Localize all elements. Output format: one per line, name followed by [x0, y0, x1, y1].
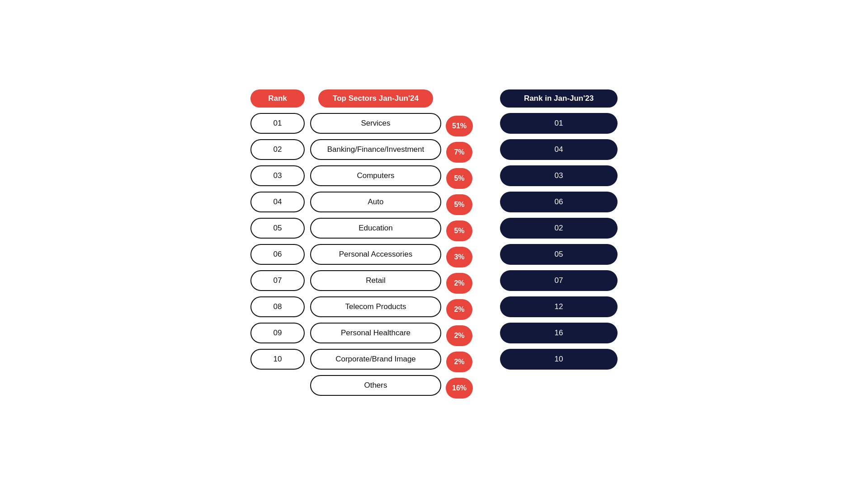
rank-item: 03	[250, 165, 305, 186]
rank23-item: 05	[500, 244, 618, 265]
rank-item: 07	[250, 270, 305, 291]
pct-badge: 2%	[446, 299, 472, 320]
rank23-item: 03	[500, 165, 618, 186]
rank-item: 04	[250, 192, 305, 212]
sectors-column: Top Sectors Jan-Jun'24 ServicesBanking/F…	[310, 89, 441, 396]
rank-item: 08	[250, 296, 305, 317]
sector-item: Auto	[310, 192, 441, 212]
sector-item: Corporate/Brand Image	[310, 349, 441, 370]
pct-badge: 3%	[446, 247, 472, 267]
rank-item: 10	[250, 349, 305, 370]
rank-item: 02	[250, 139, 305, 160]
sector-item: Telecom Products	[310, 296, 441, 317]
pct-badge: 2%	[446, 273, 472, 294]
rank-header: Rank	[250, 89, 305, 108]
rank23-item: 06	[500, 192, 618, 212]
sector-item: Banking/Finance/Investment	[310, 139, 441, 160]
rank23-item: 16	[500, 323, 618, 343]
pct-badge: 2%	[446, 352, 472, 372]
rank23-item: 04	[500, 139, 618, 160]
rank23-item: 10	[500, 349, 618, 370]
sectors-header: Top Sectors Jan-Jun'24	[318, 89, 433, 108]
rank-item: 01	[250, 113, 305, 134]
rank23-header: Rank in Jan-Jun'23	[500, 89, 618, 108]
rank-item: 05	[250, 218, 305, 239]
sector-item: Services	[310, 113, 441, 134]
pct-badge: 2%	[446, 325, 472, 346]
rank23-item: 07	[500, 270, 618, 291]
main-container: Rank 01020304050607080910 Top Sectors Ja…	[250, 62, 618, 426]
pct-badge: 5%	[446, 194, 472, 215]
rank23-item: 02	[500, 218, 618, 239]
sector-item: Retail	[310, 270, 441, 291]
rank-item: 09	[250, 323, 305, 343]
rank23-item: 01	[500, 113, 618, 134]
rank23-item: 12	[500, 296, 618, 317]
others-sector: Others	[310, 375, 441, 396]
others-pct: 16%	[446, 378, 473, 399]
pct-badge: 5%	[446, 221, 472, 241]
rank-item: 06	[250, 244, 305, 265]
pct-badge: 7%	[446, 142, 472, 163]
pct-badge: 51%	[446, 116, 473, 136]
rank23-column: Rank in Jan-Jun'23 01040306020507121610	[500, 89, 618, 396]
sector-item: Computers	[310, 165, 441, 186]
sector-item: Education	[310, 218, 441, 239]
pct-badge: 5%	[446, 168, 472, 189]
rank-column: Rank 01020304050607080910	[250, 89, 305, 396]
pct-column: 51%7%5%5%5%3%2%2%2%2%16%	[446, 89, 473, 399]
sector-item: Personal Healthcare	[310, 323, 441, 343]
sector-item: Personal Accessories	[310, 244, 441, 265]
